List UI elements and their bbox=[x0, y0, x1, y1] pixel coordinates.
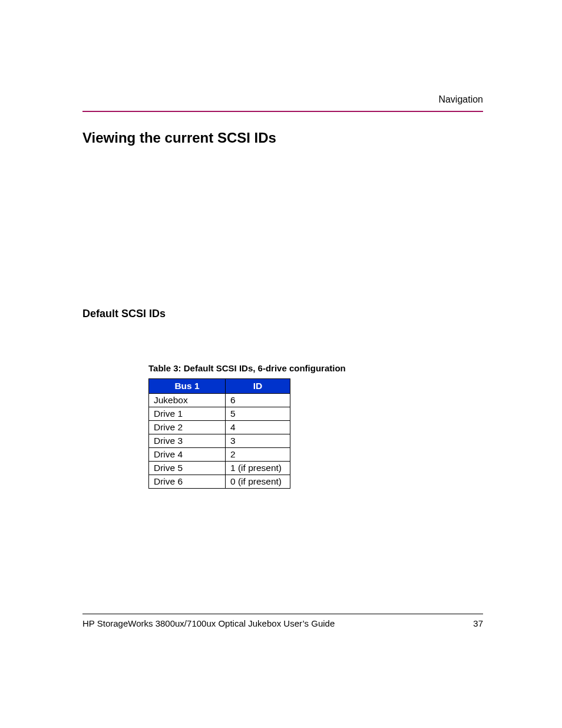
cell-bus: Drive 5 bbox=[149, 462, 226, 475]
footer-title: HP StorageWorks 3800ux/7100ux Optical Ju… bbox=[82, 618, 335, 628]
section-title: Default SCSI IDs bbox=[82, 308, 166, 320]
cell-bus: Jukebox bbox=[149, 394, 226, 407]
cell-id: 0 (if present) bbox=[226, 475, 290, 489]
section-header: Navigation bbox=[438, 94, 483, 105]
table-header-bus: Bus 1 bbox=[149, 379, 226, 394]
cell-id: 5 bbox=[226, 407, 290, 421]
table-row: Drive 3 3 bbox=[149, 434, 290, 448]
scsi-table: Bus 1 ID Jukebox 6 Drive 1 5 Drive 2 4 bbox=[148, 378, 290, 489]
cell-bus: Drive 1 bbox=[149, 407, 226, 421]
cell-bus: Drive 2 bbox=[149, 421, 226, 434]
page-number: 37 bbox=[473, 618, 483, 628]
header-rule bbox=[82, 111, 483, 112]
table-header-id: ID bbox=[226, 379, 290, 394]
cell-id: 4 bbox=[226, 421, 290, 434]
cell-bus: Drive 6 bbox=[149, 475, 226, 489]
cell-id: 1 (if present) bbox=[226, 462, 290, 475]
table-caption: Table 3: Default SCSI IDs, 6-drive confi… bbox=[148, 363, 346, 373]
page-title: Viewing the current SCSI IDs bbox=[82, 130, 276, 146]
table-row: Drive 5 1 (if present) bbox=[149, 462, 290, 475]
table-row: Drive 2 4 bbox=[149, 421, 290, 434]
table-row: Drive 6 0 (if present) bbox=[149, 475, 290, 489]
table-row: Drive 4 2 bbox=[149, 448, 290, 462]
cell-id: 3 bbox=[226, 434, 290, 448]
page-content: Navigation Viewing the current SCSI IDs … bbox=[82, 94, 483, 631]
table-row: Jukebox 6 bbox=[149, 394, 290, 407]
footer-rule bbox=[82, 614, 483, 614]
cell-id: 6 bbox=[226, 394, 290, 407]
cell-bus: Drive 3 bbox=[149, 434, 226, 448]
cell-bus: Drive 4 bbox=[149, 448, 226, 462]
table-row: Drive 1 5 bbox=[149, 407, 290, 421]
cell-id: 2 bbox=[226, 448, 290, 462]
